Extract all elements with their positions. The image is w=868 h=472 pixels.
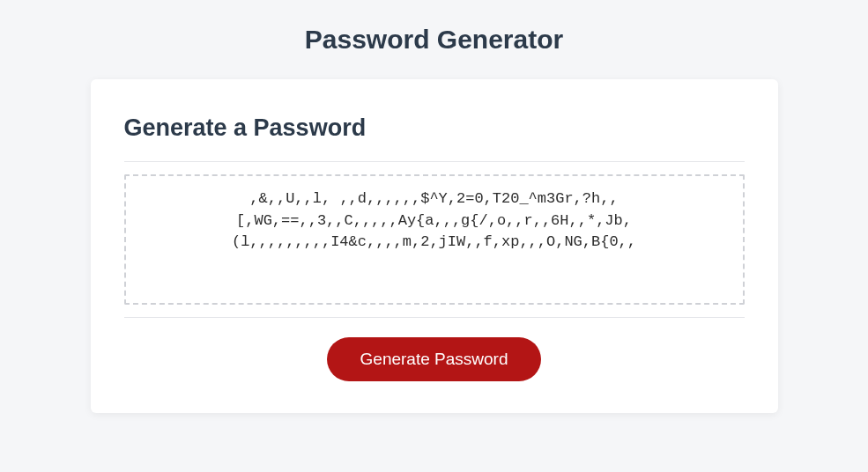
password-line: ,&,,U,,l, ,,d,,,,,,$^Y,2=0,T20_^m3Gr,?h,…	[144, 188, 725, 210]
password-output: ,&,,U,,l, ,,d,,,,,,$^Y,2=0,T20_^m3Gr,?h,…	[124, 174, 745, 305]
divider-bottom	[124, 317, 745, 318]
card-title: Generate a Password	[124, 114, 745, 142]
generate-password-button[interactable]: Generate Password	[327, 337, 542, 381]
password-line: (l,,,,,,,,,I4&c,,,,m,2,jIW,,f,xp,,,O,NG,…	[144, 232, 725, 254]
divider-top	[124, 161, 745, 162]
generator-card: Generate a Password ,&,,U,,l, ,,d,,,,,,$…	[91, 79, 778, 413]
page-title: Password Generator	[0, 0, 868, 79]
button-row: Generate Password	[124, 337, 745, 381]
password-line: [,WG,==,,3,,C,,,,,Ay{a,,,g{/,o,,r,,6H,,*…	[144, 210, 725, 232]
